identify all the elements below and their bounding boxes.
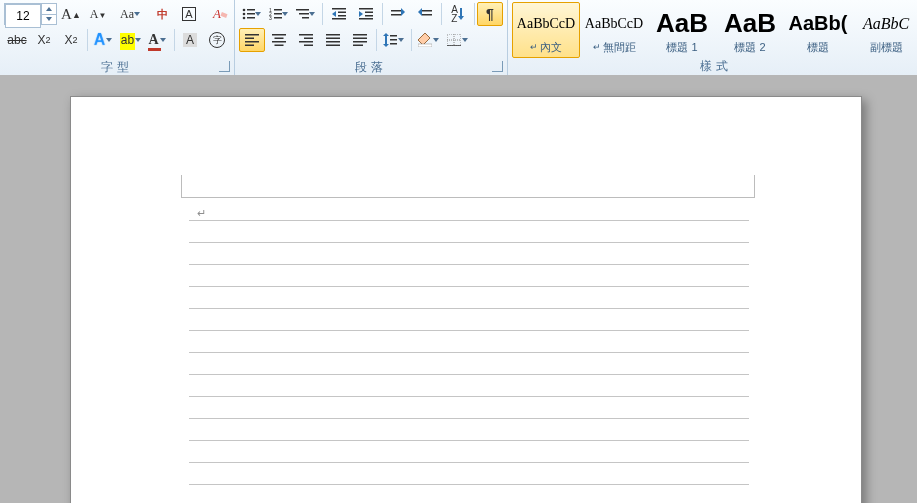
svg-rect-28 <box>338 15 346 17</box>
align-distributed-button[interactable] <box>347 28 373 52</box>
borders-button[interactable] <box>444 28 472 52</box>
style-preview: AaBbC <box>855 8 917 40</box>
style-item-4[interactable]: AaBb(標題 <box>784 2 852 58</box>
svg-rect-61 <box>353 41 367 43</box>
rtl-direction-button[interactable] <box>412 2 438 26</box>
superscript-button[interactable]: X2 <box>58 28 84 52</box>
svg-marker-24 <box>309 12 315 16</box>
shrink-font-button[interactable]: A▼ <box>85 2 111 26</box>
svg-rect-10 <box>247 13 255 15</box>
svg-marker-13 <box>255 12 261 16</box>
phonetic-guide-button[interactable]: 中 <box>149 2 175 26</box>
svg-rect-46 <box>245 45 254 47</box>
svg-rect-30 <box>359 8 373 10</box>
svg-marker-29 <box>332 11 336 17</box>
font-color-button[interactable]: A <box>145 28 171 52</box>
svg-rect-26 <box>332 18 346 20</box>
group-label-styles: 樣式 <box>512 58 917 74</box>
char-border-button[interactable]: A <box>176 2 202 26</box>
underline-rule <box>189 352 749 353</box>
style-item-5[interactable]: AaBbC副標題 <box>852 2 917 58</box>
svg-rect-31 <box>359 18 373 20</box>
style-preview: AaBb( <box>787 8 849 40</box>
svg-rect-38 <box>422 10 432 12</box>
increase-indent-button[interactable] <box>353 2 379 26</box>
style-item-2[interactable]: AaB標題 1 <box>648 2 716 58</box>
svg-rect-59 <box>353 34 367 36</box>
subscript-button[interactable]: X2 <box>31 28 57 52</box>
strikethrough-button[interactable]: abc <box>4 28 30 52</box>
numbering-button[interactable]: 123 <box>266 2 292 26</box>
svg-rect-44 <box>245 38 254 40</box>
group-styles: AaBbCcD↵內文AaBbCcD↵無間距AaB標題 1AaB標題 2AaBb(… <box>508 0 917 75</box>
font-size-input[interactable] <box>5 4 41 28</box>
multilevel-list-button[interactable] <box>293 2 319 26</box>
line-spacing-button[interactable] <box>380 28 408 52</box>
svg-rect-42 <box>460 8 462 16</box>
document-workspace[interactable]: ↵ <box>0 75 917 503</box>
svg-rect-19 <box>274 17 282 19</box>
paragraph-dialog-launcher[interactable] <box>492 61 503 72</box>
change-case-button[interactable]: Aa <box>117 2 143 26</box>
shading-button[interactable] <box>415 28 443 52</box>
underline-rule <box>189 308 749 309</box>
style-name-label: ↵無間距 <box>593 40 636 55</box>
style-name-label: 標題 2 <box>734 40 765 55</box>
svg-rect-52 <box>304 38 313 40</box>
char-shading-button[interactable]: A <box>177 28 203 52</box>
font-size-up[interactable] <box>42 4 56 15</box>
svg-rect-62 <box>353 45 363 47</box>
show-marks-button[interactable]: ¶ <box>477 2 503 26</box>
font-size-spinner[interactable] <box>41 4 56 24</box>
sort-button[interactable]: AZ <box>445 2 471 26</box>
svg-rect-56 <box>326 38 340 40</box>
align-justify-button[interactable] <box>320 28 346 52</box>
style-name-label: 標題 <box>807 40 829 55</box>
enclose-char-button[interactable]: 字 <box>204 28 230 52</box>
underline-rule <box>189 242 749 243</box>
font-size-box <box>4 3 57 25</box>
svg-rect-55 <box>326 34 340 36</box>
svg-marker-37 <box>401 8 405 16</box>
text-effects-button[interactable]: A <box>91 28 117 52</box>
style-item-0[interactable]: AaBbCcD↵內文 <box>512 2 580 58</box>
decrease-indent-button[interactable] <box>326 2 352 26</box>
svg-marker-2 <box>134 12 140 16</box>
svg-rect-51 <box>299 34 313 36</box>
style-item-3[interactable]: AaB標題 2 <box>716 2 784 58</box>
style-name-label: ↵內文 <box>530 40 562 55</box>
ribbon: A▲ A▼ Aa 中 A A abc X2 X2 A <box>0 0 917 76</box>
svg-rect-45 <box>245 41 259 43</box>
paragraph-mark-icon: ↵ <box>197 207 206 220</box>
grow-font-button[interactable]: A▲ <box>58 2 84 26</box>
underline-rule <box>189 220 749 221</box>
document-page[interactable]: ↵ <box>70 96 862 503</box>
align-left-button[interactable] <box>239 28 265 52</box>
underline-rule <box>189 440 749 441</box>
underline-rule <box>189 418 749 419</box>
svg-rect-33 <box>365 15 373 17</box>
svg-marker-65 <box>383 44 389 47</box>
style-preview: AaBbCcD <box>515 8 577 40</box>
ltr-direction-button[interactable] <box>385 2 411 26</box>
align-center-button[interactable] <box>266 28 292 52</box>
svg-marker-4 <box>106 38 112 42</box>
bullets-button[interactable] <box>239 2 265 26</box>
svg-rect-60 <box>353 38 367 40</box>
underline-rule <box>189 374 749 375</box>
underline-rule <box>189 462 749 463</box>
clear-formatting-button[interactable]: A <box>208 2 234 26</box>
font-dialog-launcher[interactable] <box>219 61 230 72</box>
align-right-button[interactable] <box>293 28 319 52</box>
svg-rect-70 <box>418 44 432 47</box>
highlight-color-button[interactable]: ab <box>118 28 144 52</box>
svg-rect-66 <box>390 35 397 37</box>
svg-rect-36 <box>391 14 401 16</box>
svg-marker-40 <box>418 8 422 16</box>
svg-rect-68 <box>390 43 397 45</box>
style-item-1[interactable]: AaBbCcD↵無間距 <box>580 2 648 58</box>
svg-text:3: 3 <box>269 15 272 20</box>
svg-rect-27 <box>338 12 346 14</box>
svg-rect-8 <box>247 9 255 11</box>
font-size-down[interactable] <box>42 15 56 25</box>
